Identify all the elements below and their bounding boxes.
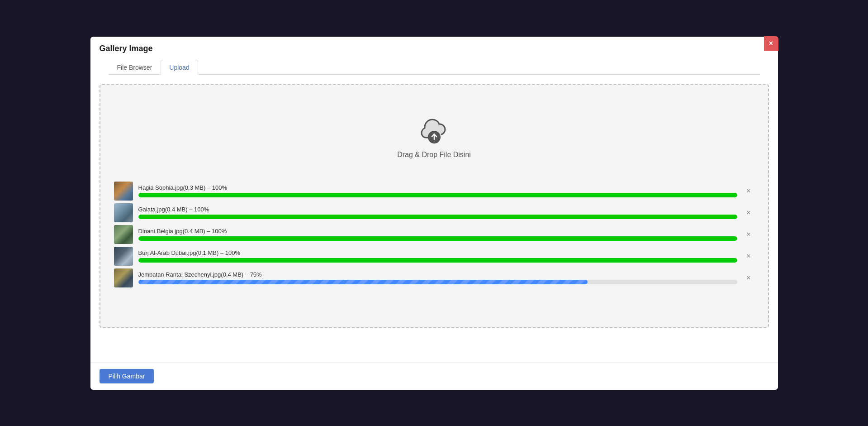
file-item-galata: Galata.jpg(0.4 MB) – 100% × — [114, 203, 754, 222]
tab-upload[interactable]: Upload — [161, 60, 198, 75]
file-thumb-dinant — [114, 225, 133, 244]
file-info-jembatan: Jembatan Rantai Szechenyi.jpg(0.4 MB) – … — [138, 271, 738, 284]
progress-container-burj — [138, 258, 738, 263]
drop-zone[interactable]: Drag & Drop File Disini Hagia Sophia.jpg… — [100, 84, 769, 328]
progress-fill-dinant — [138, 236, 738, 241]
pilih-gambar-button[interactable]: Pilih Gambar — [100, 369, 154, 383]
remove-button-dinant[interactable]: × — [743, 229, 754, 240]
file-list: Hagia Sophia.jpg(0.3 MB) – 100% × Galata… — [114, 182, 754, 287]
file-info-hagia-sophia: Hagia Sophia.jpg(0.3 MB) – 100% — [138, 184, 738, 197]
file-thumb-galata — [114, 203, 133, 222]
progress-container-hagia-sophia — [138, 193, 738, 197]
file-name-hagia-sophia: Hagia Sophia.jpg(0.3 MB) – 100% — [138, 184, 738, 191]
file-name-dinant: Dinant Belgia.jpg(0.4 MB) – 100% — [138, 228, 738, 235]
file-thumb-burj — [114, 247, 133, 266]
file-name-burj: Burj Al-Arab Dubai.jpg(0.1 MB) – 100% — [138, 249, 738, 256]
file-item-hagia-sophia: Hagia Sophia.jpg(0.3 MB) – 100% × — [114, 182, 754, 201]
progress-container-dinant — [138, 236, 738, 241]
progress-fill-jembatan — [138, 280, 588, 284]
progress-container-galata — [138, 215, 738, 219]
file-name-galata: Galata.jpg(0.4 MB) – 100% — [138, 206, 738, 213]
drop-zone-text: Drag & Drop File Disini — [397, 151, 471, 159]
modal-dialog: Gallery Image × File Browser Upload — [90, 37, 778, 390]
file-item-burj: Burj Al-Arab Dubai.jpg(0.1 MB) – 100% × — [114, 247, 754, 266]
cloud-upload-icon — [420, 116, 449, 145]
modal-header: Gallery Image × File Browser Upload — [90, 37, 778, 75]
file-item-dinant: Dinant Belgia.jpg(0.4 MB) – 100% × — [114, 225, 754, 244]
modal-title: Gallery Image — [100, 44, 769, 53]
remove-button-jembatan[interactable]: × — [743, 272, 754, 284]
file-info-dinant: Dinant Belgia.jpg(0.4 MB) – 100% — [138, 228, 738, 241]
progress-fill-galata — [138, 215, 738, 219]
file-thumb-jembatan — [114, 268, 133, 287]
file-info-galata: Galata.jpg(0.4 MB) – 100% — [138, 206, 738, 219]
drop-zone-center: Drag & Drop File Disini — [114, 98, 754, 172]
progress-fill-burj — [138, 258, 738, 263]
close-icon: × — [769, 39, 773, 48]
file-name-jembatan: Jembatan Rantai Szechenyi.jpg(0.4 MB) – … — [138, 271, 738, 278]
tab-file-browser[interactable]: File Browser — [109, 60, 161, 75]
modal-body: Drag & Drop File Disini Hagia Sophia.jpg… — [90, 75, 778, 362]
progress-fill-hagia-sophia — [138, 193, 738, 197]
file-info-burj: Burj Al-Arab Dubai.jpg(0.1 MB) – 100% — [138, 249, 738, 263]
file-thumb-hagia-sophia — [114, 182, 133, 201]
file-item-jembatan: Jembatan Rantai Szechenyi.jpg(0.4 MB) – … — [114, 268, 754, 287]
remove-button-galata[interactable]: × — [743, 207, 754, 219]
progress-container-jembatan — [138, 280, 738, 284]
remove-button-hagia-sophia[interactable]: × — [743, 185, 754, 197]
close-button[interactable]: × — [764, 36, 778, 51]
tab-bar: File Browser Upload — [109, 60, 760, 75]
modal-overlay: Gallery Image × File Browser Upload — [0, 0, 868, 426]
remove-button-burj[interactable]: × — [743, 250, 754, 262]
modal-footer: Pilih Gambar — [90, 362, 778, 390]
